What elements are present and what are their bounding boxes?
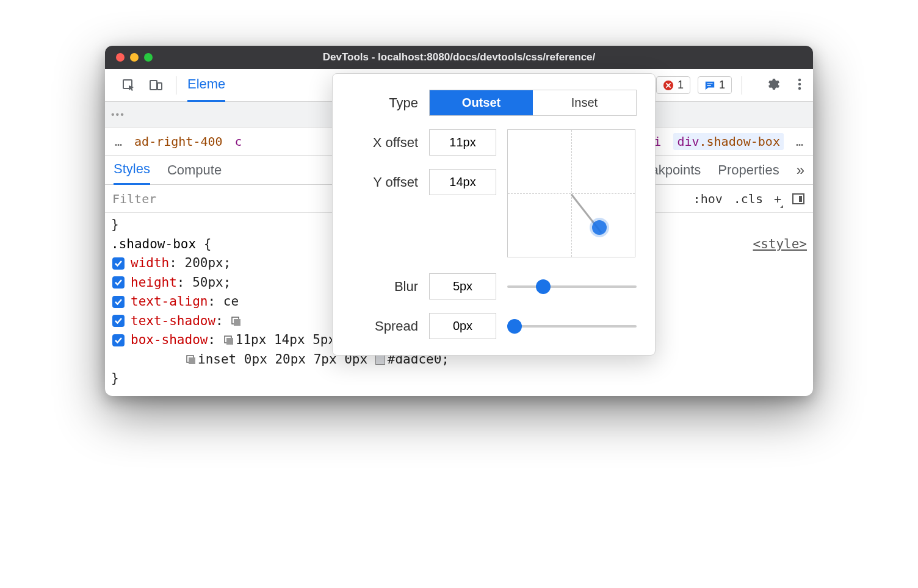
svg-point-4 <box>798 78 801 81</box>
svg-rect-1 <box>150 81 157 90</box>
svg-point-6 <box>798 87 801 89</box>
devtools-window: DevTools - localhost:8080/docs/devtools/… <box>105 46 813 396</box>
svg-rect-10 <box>226 338 233 345</box>
svg-rect-2 <box>157 83 162 90</box>
x-offset-input[interactable] <box>429 129 496 156</box>
subtab-computed[interactable]: Compute <box>167 162 222 178</box>
xy-knob[interactable] <box>592 220 607 235</box>
color-swatch[interactable] <box>375 355 385 365</box>
separator <box>176 76 176 95</box>
type-label: Type <box>351 95 418 111</box>
declaration-checkbox[interactable] <box>112 296 125 308</box>
spread-slider[interactable] <box>507 325 637 328</box>
subtab-breakpoints[interactable]: akpoints <box>651 162 701 178</box>
svg-rect-8 <box>234 319 240 326</box>
declaration-checkbox[interactable] <box>112 276 125 289</box>
messages-count: 1 <box>719 79 725 91</box>
inset-button[interactable]: Inset <box>533 90 636 115</box>
shadow-editor-icon[interactable] <box>231 316 242 327</box>
xy-offset-picker[interactable] <box>507 129 635 257</box>
svg-rect-12 <box>189 357 195 364</box>
sidebar-toggle-icon[interactable] <box>792 193 804 204</box>
inspect-element-icon[interactable] <box>120 76 138 95</box>
settings-gear-icon[interactable] <box>761 77 785 94</box>
spread-slider-knob[interactable] <box>507 319 522 334</box>
new-style-rule-button[interactable]: + <box>774 192 781 206</box>
window-title: DevTools - localhost:8080/docs/devtools/… <box>105 51 813 63</box>
titlebar: DevTools - localhost:8080/docs/devtools/… <box>105 46 813 69</box>
declaration-checkbox[interactable] <box>112 315 125 327</box>
blur-label: Blur <box>351 279 418 295</box>
subtab-styles[interactable]: Styles <box>114 155 150 185</box>
device-toggle-icon[interactable] <box>146 76 165 95</box>
blur-input[interactable] <box>429 273 496 299</box>
crumb-selected[interactable]: div.shadow-box <box>673 133 784 150</box>
separator <box>742 76 742 95</box>
more-tabs-icon[interactable]: » <box>797 162 804 179</box>
shadow-editor-icon[interactable] <box>186 354 197 365</box>
spread-label: Spread <box>351 318 418 334</box>
outset-button[interactable]: Outset <box>430 90 533 115</box>
shadow-editor-icon[interactable] <box>223 335 234 346</box>
declaration-checkbox[interactable] <box>112 257 125 270</box>
shadow-editor-popover: Type Outset Inset X offset Y offset <box>332 73 656 356</box>
hov-toggle[interactable]: :hov <box>693 192 723 206</box>
dots-icon: ••• <box>111 109 125 120</box>
type-segmented-control: Outset Inset <box>429 90 637 116</box>
crumb-part: c <box>235 134 242 149</box>
messages-badge[interactable]: 1 <box>698 76 732 94</box>
more-menu-icon[interactable] <box>792 77 807 94</box>
spread-input[interactable] <box>429 313 496 339</box>
crumb-ellipsis-left: … <box>115 134 122 149</box>
crumb-ellipsis-right: … <box>796 134 803 149</box>
y-offset-input[interactable] <box>429 169 496 195</box>
x-offset-label: X offset <box>351 135 418 151</box>
blur-slider-knob[interactable] <box>536 279 551 294</box>
svg-point-5 <box>798 82 801 85</box>
cls-toggle[interactable]: .cls <box>734 192 763 206</box>
subtab-properties[interactable]: Properties <box>718 162 779 178</box>
blur-slider[interactable] <box>507 285 637 288</box>
crumb-part: ad-right-400 <box>134 134 223 149</box>
stylesheet-link[interactable]: <style> <box>753 235 807 254</box>
errors-count: 1 <box>678 79 684 91</box>
errors-badge[interactable]: 1 <box>656 76 690 94</box>
y-offset-label: Y offset <box>351 174 418 190</box>
css-selector[interactable]: .shadow-box { <box>111 235 211 254</box>
css-brace: } <box>111 369 807 389</box>
declaration-checkbox[interactable] <box>112 334 125 346</box>
tab-elements[interactable]: Eleme <box>187 68 225 102</box>
